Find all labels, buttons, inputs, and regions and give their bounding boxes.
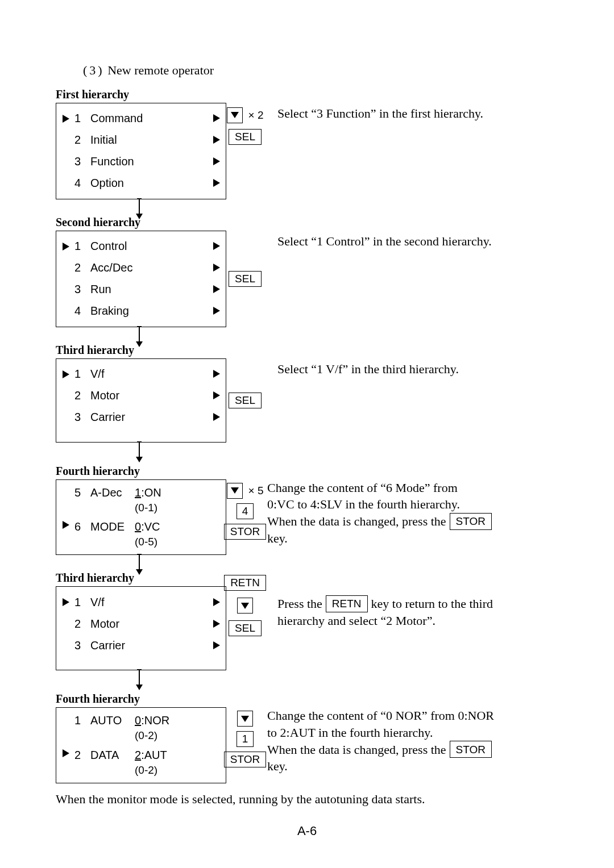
instruction-text: key to return to the third	[371, 595, 493, 612]
section-title: New remote operator	[107, 63, 214, 77]
stor-button[interactable]: STOR	[450, 513, 492, 530]
list-item: 2 Motor	[61, 613, 220, 635]
item-number: 2	[74, 389, 85, 403]
screen-h3b: 1 V/f 2 Motor 3 Carrier	[56, 586, 226, 670]
screen-h3a: 1 V/f 2 Motor 3 Carrier	[56, 358, 226, 443]
item-number: 2	[74, 261, 85, 275]
list-item: 4 Braking	[61, 301, 220, 322]
data-row: 6 MODE 0:VC	[61, 520, 220, 534]
instruction-text: hierarchy and select “2 Motor”.	[277, 612, 558, 629]
list-item: 2 Motor	[61, 385, 220, 407]
stor-button[interactable]: STOR	[224, 752, 266, 767]
item-number: 2	[74, 133, 85, 147]
enter-icon	[213, 639, 220, 653]
item-label: Braking	[90, 304, 129, 318]
data-range: (0-2)	[61, 728, 220, 742]
enter-icon	[213, 155, 220, 169]
screen-h4b: 1 AUTO 0:NOR (0-2) 2 DATA 2:AUT (0-2)	[56, 707, 226, 783]
down-key-button[interactable]	[237, 711, 253, 727]
sel-button[interactable]: SEL	[229, 271, 262, 287]
item-number: 1	[74, 111, 85, 126]
item-label: DATA	[90, 748, 135, 762]
sel-button[interactable]: SEL	[229, 393, 262, 408]
section-heading: (3) New remote operator	[56, 62, 558, 78]
down-key-button[interactable]	[237, 598, 253, 614]
item-label: V/f	[90, 367, 104, 381]
num-key-button[interactable]: 4	[237, 503, 254, 519]
item-value: 2:AUT	[135, 748, 167, 762]
enter-icon	[213, 617, 220, 631]
item-label: Command	[90, 111, 143, 126]
list-item: 2 Acc/Dec	[61, 257, 220, 279]
enter-icon	[213, 367, 220, 381]
item-number: 3	[74, 410, 85, 424]
item-number: 1	[74, 595, 85, 610]
stor-button[interactable]: STOR	[450, 741, 492, 758]
enter-icon	[213, 133, 220, 147]
fourth-hierarchy-label: Fourth hierarchy	[56, 464, 558, 478]
list-item: 3 Carrier	[61, 635, 220, 656]
list-item: 2 Initial	[61, 130, 220, 151]
item-label: AUTO	[90, 713, 135, 728]
enter-icon	[213, 176, 220, 190]
item-number: 2	[74, 617, 85, 631]
third-hierarchy-label: Third hierarchy	[56, 343, 558, 357]
num-key-button[interactable]: 1	[237, 731, 254, 747]
down-key-button[interactable]	[227, 483, 243, 499]
item-label: Run	[90, 282, 111, 297]
instruction-row: When the data is changed, press the STOR	[267, 513, 558, 530]
retn-button[interactable]: RETN	[326, 595, 368, 612]
item-number: 1	[74, 239, 85, 253]
item-range: (0-1)	[135, 501, 157, 515]
screen-h1: 1 Command 2 Initial 3 Function	[56, 103, 226, 199]
enter-icon	[213, 389, 220, 403]
item-number: 3	[74, 155, 85, 169]
stor-button[interactable]: STOR	[224, 524, 266, 540]
instruction-text: Change the content of “0 NOR” from 0:NOR	[267, 707, 558, 724]
sel-button[interactable]: SEL	[229, 129, 262, 145]
press-count: × 5	[248, 484, 264, 498]
instruction-text: key.	[267, 530, 558, 547]
item-number: 4	[74, 304, 85, 318]
enter-icon	[213, 282, 220, 297]
item-number: 5	[74, 486, 85, 500]
cursor-icon	[61, 243, 71, 251]
sel-button[interactable]: SEL	[229, 620, 262, 636]
instruction-text: to 2:AUT in the fourth hierarchy.	[267, 724, 558, 741]
footer-note: When the monitor mode is selected, runni…	[56, 791, 558, 807]
item-label: Control	[90, 239, 127, 253]
item-value: 0:VC	[135, 520, 160, 534]
item-range: (0-2)	[135, 729, 157, 742]
list-item: 3 Run	[61, 279, 220, 301]
fourth-hierarchy-label: Fourth hierarchy	[56, 692, 558, 706]
down-arrow-icon	[139, 554, 140, 570]
item-label: Function	[90, 155, 134, 169]
item-number: 6	[74, 520, 85, 534]
item-label: A-Dec	[90, 486, 135, 500]
down-key-button[interactable]	[227, 107, 243, 123]
item-label: Option	[90, 176, 124, 190]
enter-icon	[213, 261, 220, 275]
item-number: 3	[74, 639, 85, 653]
item-label: Motor	[90, 617, 119, 631]
screen-h2: 1 Control 2 Acc/Dec 3 Run	[56, 231, 226, 327]
down-arrow-icon	[139, 327, 140, 343]
instruction-text: key.	[267, 758, 558, 775]
item-label: MODE	[90, 520, 135, 534]
instruction-text: Select “1 Control” in the second hierarc…	[277, 233, 558, 250]
down-arrow-icon	[139, 442, 140, 458]
cursor-icon	[61, 521, 71, 529]
item-label: Initial	[90, 133, 117, 147]
cursor-icon	[61, 115, 71, 123]
retn-button[interactable]: RETN	[224, 575, 266, 591]
item-number: 1	[74, 367, 85, 381]
list-item: 1 Control	[61, 236, 220, 257]
instruction-text: Select “1 V/f” in the third hierarchy.	[277, 361, 558, 378]
list-item: 3 Carrier	[61, 407, 220, 428]
item-label: Carrier	[90, 639, 125, 653]
down-arrow-icon	[139, 670, 140, 686]
instruction-text: Select “3 Function” in the first hierarc…	[277, 105, 558, 122]
third-hierarchy-label: Third hierarchy	[56, 571, 558, 585]
down-arrow-icon	[139, 199, 140, 215]
first-hierarchy-label: First hierarchy	[56, 87, 558, 102]
